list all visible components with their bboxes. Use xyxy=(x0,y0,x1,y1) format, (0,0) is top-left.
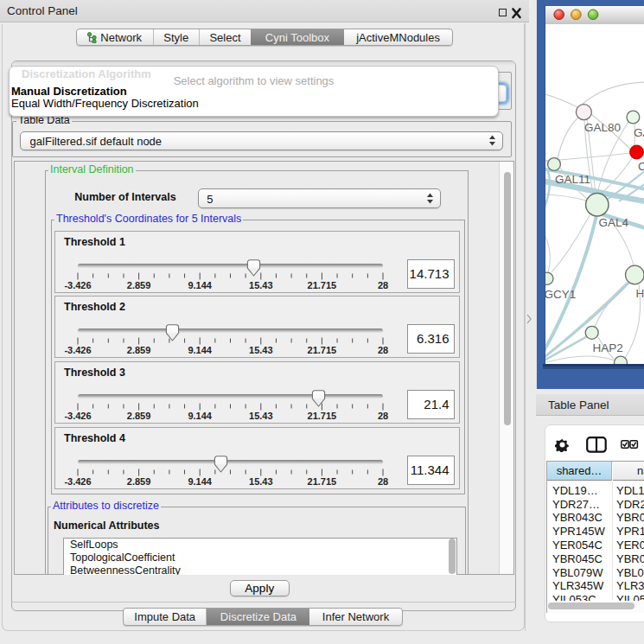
svg-text:GAL4: GAL4 xyxy=(599,216,629,229)
svg-text:GAL11: GAL11 xyxy=(555,173,590,186)
svg-text:C: C xyxy=(638,160,644,173)
svg-text:GCY1: GCY1 xyxy=(545,288,576,301)
svg-text:HAP2: HAP2 xyxy=(593,341,623,354)
svg-text:GA: GA xyxy=(634,126,644,139)
svg-text:GAL80: GAL80 xyxy=(584,121,621,134)
svg-text:H: H xyxy=(636,287,644,300)
